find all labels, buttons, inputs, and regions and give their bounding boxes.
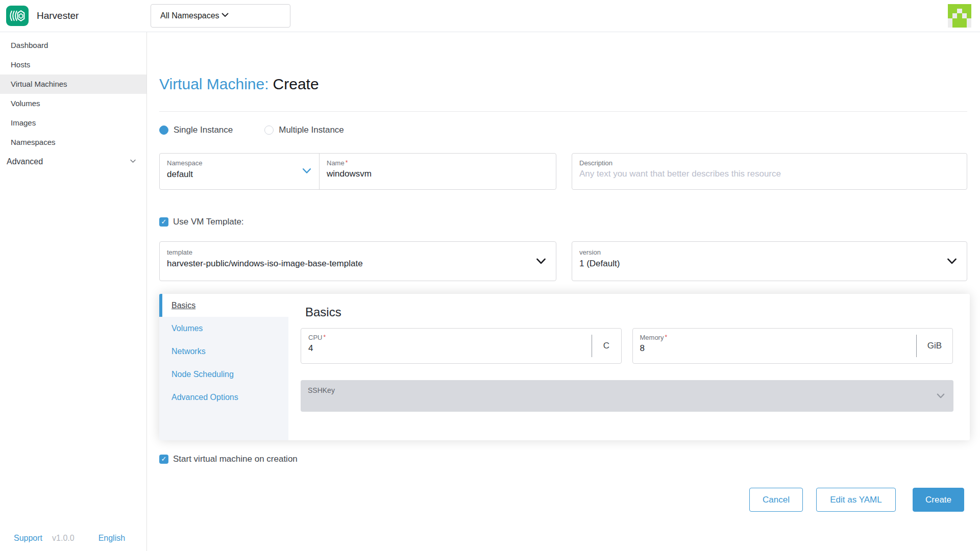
cpu-unit-suffix: C <box>592 329 621 363</box>
harvester-logo-icon <box>6 6 29 26</box>
version-label: v1.0.0 <box>52 534 75 543</box>
sshkey-label: SSHKey <box>308 387 946 394</box>
start-on-creation-checkbox[interactable]: ✓ Start virtual machine on creation <box>159 454 298 464</box>
tab-basics[interactable]: Basics <box>159 294 288 317</box>
page-title-action: Create <box>273 76 319 92</box>
tab-advanced-options[interactable]: Advanced Options <box>159 386 288 409</box>
top-header: Harvester All Namespaces <box>0 0 980 32</box>
chevron-down-icon <box>302 166 312 178</box>
tab-networks[interactable]: Networks <box>159 340 288 363</box>
sshkey-select-disabled: SSHKey <box>301 380 953 412</box>
radio-selected-icon <box>159 126 168 135</box>
support-link[interactable]: Support <box>14 534 42 543</box>
sidebar-item-virtual-machines[interactable]: Virtual Machines <box>0 74 146 94</box>
cancel-button[interactable]: Cancel <box>749 488 803 512</box>
version-value: 1 (Default) <box>579 259 960 269</box>
page-title: Virtual Machine:Create <box>159 76 319 93</box>
sidebar-item-images[interactable]: Images <box>0 113 146 133</box>
user-identicon[interactable] <box>948 4 971 28</box>
namespace-label: Namespace <box>167 159 312 167</box>
description-field: Description <box>572 153 967 190</box>
name-label: Name* <box>327 159 549 167</box>
required-asterisk: * <box>665 334 667 341</box>
namespace-value: default <box>167 169 312 180</box>
memory-field: Memory* GiB <box>632 328 953 364</box>
memory-input[interactable] <box>640 343 854 354</box>
title-divider <box>159 111 967 112</box>
brand-name: Harvester <box>37 10 79 21</box>
description-label: Description <box>579 159 960 167</box>
chevron-down-icon <box>221 11 282 21</box>
sidebar-group-advanced[interactable]: Advanced <box>0 152 146 171</box>
basics-panel: Basics CPU* C Memory* GiB <box>288 294 970 440</box>
template-label: template <box>167 248 549 256</box>
harvester-app: Harvester All Namespaces Dashboard Hosts… <box>0 0 980 551</box>
chevron-down-icon <box>946 256 958 269</box>
memory-label: Memory* <box>640 334 946 341</box>
tab-node-scheduling[interactable]: Node Scheduling <box>159 363 288 386</box>
sidebar: Dashboard Hosts Virtual Machines Volumes… <box>0 32 147 551</box>
namespace-select[interactable]: Namespace default <box>160 154 320 189</box>
radio-single-instance[interactable]: Single Instance <box>159 125 233 135</box>
radio-multiple-instance[interactable]: Multiple Instance <box>264 125 344 135</box>
sidebar-item-dashboard[interactable]: Dashboard <box>0 36 146 55</box>
sidebar-item-volumes[interactable]: Volumes <box>0 94 146 113</box>
required-asterisk: * <box>323 334 326 341</box>
memory-unit-suffix: GiB <box>917 329 952 363</box>
radio-single-instance-label: Single Instance <box>174 125 233 135</box>
instance-mode-radio-group: Single Instance Multiple Instance <box>159 125 344 135</box>
main-content: Virtual Machine:Create Single Instance M… <box>147 32 980 551</box>
create-button[interactable]: Create <box>913 488 964 512</box>
version-label: version <box>579 248 960 256</box>
namespace-filter-select[interactable]: All Namespaces <box>151 4 290 28</box>
sidebar-group-advanced-label: Advanced <box>7 157 43 166</box>
chevron-down-icon <box>936 391 945 403</box>
page-title-resource: Virtual Machine: <box>159 76 269 92</box>
template-select[interactable]: template harvester-public/windows-iso-im… <box>159 241 556 281</box>
description-input[interactable] <box>579 169 960 179</box>
sidebar-item-namespaces[interactable]: Namespaces <box>0 133 146 152</box>
config-tabs: Basics Volumes Networks Node Scheduling … <box>159 294 288 440</box>
checkbox-checked-icon: ✓ <box>159 455 168 464</box>
name-input[interactable] <box>327 169 549 179</box>
sidebar-footer: Support v1.0.0 English <box>0 534 146 543</box>
chevron-down-icon <box>130 157 136 166</box>
chevron-down-icon <box>535 256 547 269</box>
required-asterisk: * <box>346 159 348 166</box>
language-link[interactable]: English <box>99 534 125 543</box>
radio-multiple-instance-label: Multiple Instance <box>279 125 344 135</box>
cpu-input[interactable] <box>308 343 522 354</box>
basics-heading: Basics <box>305 305 341 319</box>
namespace-name-field-group: Namespace default Name* <box>159 153 556 190</box>
cpu-label: CPU* <box>308 334 614 341</box>
vm-config-card: Basics Volumes Networks Node Scheduling … <box>159 294 970 440</box>
checkbox-checked-icon: ✓ <box>159 217 168 227</box>
use-vm-template-label: Use VM Template: <box>173 217 244 227</box>
edit-as-yaml-button[interactable]: Edit as YAML <box>816 488 896 512</box>
cpu-memory-row: CPU* C Memory* GiB <box>301 328 953 364</box>
radio-unselected-icon <box>264 126 274 135</box>
name-field: Name* <box>320 154 556 189</box>
use-vm-template-checkbox[interactable]: ✓ Use VM Template: <box>159 217 244 227</box>
sidebar-item-hosts[interactable]: Hosts <box>0 55 146 74</box>
template-value: harvester-public/windows-iso-image-base-… <box>167 259 549 269</box>
tab-volumes[interactable]: Volumes <box>159 317 288 340</box>
cpu-field: CPU* C <box>301 328 622 364</box>
start-on-creation-label: Start virtual machine on creation <box>173 454 298 464</box>
app-shell: Dashboard Hosts Virtual Machines Volumes… <box>0 32 980 551</box>
namespace-filter-value: All Namespaces <box>160 11 221 20</box>
version-select[interactable]: version 1 (Default) <box>572 241 967 281</box>
